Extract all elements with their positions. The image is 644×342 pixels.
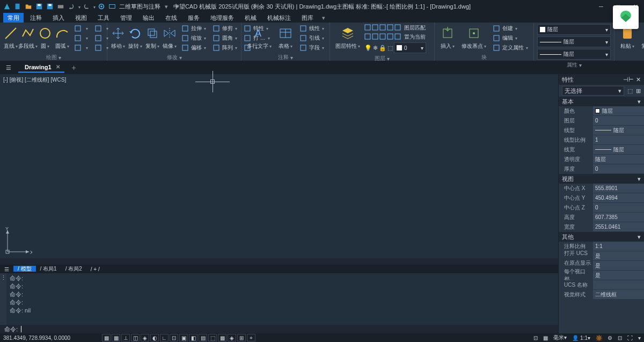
status-toggle-14[interactable]: ⊞ xyxy=(237,334,246,341)
doc-tab-active[interactable]: Drawing1 ✕ xyxy=(18,62,64,73)
layerprops-button[interactable]: 图层特性 xyxy=(333,24,362,51)
layer-tool2-2[interactable] xyxy=(379,33,386,41)
mtext-button[interactable]: A多行文字 xyxy=(245,24,274,51)
status-toggle-5[interactable]: ◐ xyxy=(150,334,159,341)
status-toggle-2[interactable]: ⊥ xyxy=(121,334,130,341)
status-toggle-9[interactable]: ◧ xyxy=(189,334,197,341)
pasteconfig-button[interactable]: 复制粘贴设置 xyxy=(639,24,644,51)
status-toggle-10[interactable]: ▤ xyxy=(199,334,207,341)
gear-icon[interactable] xyxy=(97,2,106,11)
layout-tab-2[interactable]: / 布局2 xyxy=(61,266,86,272)
draw-sm2[interactable]: ▾ xyxy=(72,34,90,42)
cmd-handle-icon[interactable]: ⋮ xyxy=(0,273,6,325)
prop-value[interactable]: 0 xyxy=(593,164,644,174)
status-i1[interactable]: 🔆 xyxy=(596,335,602,341)
ribbon-tab-7[interactable]: 在线 xyxy=(161,13,181,23)
block-0[interactable]: 创建▾ xyxy=(491,24,530,33)
annot-0[interactable]: 线性▾ xyxy=(297,24,326,33)
mirror-button[interactable]: 镜像 xyxy=(162,24,177,51)
prop-value[interactable]: 450.4994 xyxy=(593,193,644,203)
status-i5[interactable]: ▾ xyxy=(638,335,641,341)
redo-dropdown[interactable] xyxy=(92,3,96,10)
layout-tab-1[interactable]: / 布局1 xyxy=(36,266,61,272)
status-model[interactable]: ⊡ xyxy=(533,335,538,341)
ribbon-overflow[interactable]: ▾ xyxy=(322,14,325,21)
ribbon-tab-11[interactable]: 机械标注 xyxy=(263,13,295,23)
status-toggle-15[interactable]: + xyxy=(247,334,255,341)
prop-value[interactable]: 是 xyxy=(593,261,644,271)
ribbon-tab-10[interactable]: 机械 xyxy=(240,13,261,23)
prop-value[interactable]: 随层 xyxy=(593,106,644,116)
prop-value[interactable] xyxy=(593,280,644,290)
annot-1[interactable]: 引线▾ xyxy=(297,34,326,42)
layout-tab-0[interactable]: / 模型 xyxy=(13,266,36,272)
prop-value[interactable]: 607.7385 xyxy=(593,213,644,222)
ribbon-tab-5[interactable]: 管理 xyxy=(116,13,136,23)
status-toggle-0[interactable]: ▦ xyxy=(102,334,111,341)
status-i3[interactable]: ⊡ xyxy=(618,335,622,341)
status-toggle-3[interactable]: ◫ xyxy=(131,334,140,341)
save-icon[interactable] xyxy=(34,2,44,11)
ribbon-tab-9[interactable]: 地理服务 xyxy=(206,13,238,23)
prop-value[interactable]: 2551.0461 xyxy=(593,222,644,232)
layout-menu-icon[interactable]: ☰ xyxy=(4,266,9,272)
app-icon[interactable] xyxy=(2,2,12,11)
layer-tool-3[interactable] xyxy=(387,24,393,32)
annot-2[interactable]: 字段▾ xyxy=(297,43,326,52)
status-toggle-4[interactable]: ◈ xyxy=(141,334,149,341)
status-toggle-1[interactable]: ▦ xyxy=(112,334,120,341)
coordinates[interactable]: 381.4349, 728.9934, 0.0000 xyxy=(3,335,70,341)
mod-c2-2[interactable]: 阵列▾ xyxy=(210,43,239,52)
prop-section-0[interactable]: 基本▾ xyxy=(559,97,644,106)
layer-dropdown[interactable]: 0▾ xyxy=(394,42,426,53)
redo-icon[interactable] xyxy=(82,2,91,11)
status-toggle-7[interactable]: ⊡ xyxy=(170,334,178,341)
status-units[interactable]: 毫米▾ xyxy=(553,334,567,341)
new-icon[interactable] xyxy=(13,2,23,11)
mod-c1-1[interactable]: 缩放▾ xyxy=(179,34,208,42)
open-icon[interactable] xyxy=(24,2,33,11)
viewport-label[interactable]: [-] [俯视] [二维线框] [WCS] xyxy=(3,76,66,84)
status-toggle-11[interactable]: ⬚ xyxy=(208,334,217,341)
draw-sm1[interactable]: ▾ xyxy=(72,24,90,33)
ribbon-tab-2[interactable]: 插入 xyxy=(48,13,69,23)
layer-tool2-3[interactable] xyxy=(387,33,393,41)
doc-menu-icon[interactable]: ☰ xyxy=(3,62,14,73)
saveas-icon[interactable] xyxy=(45,2,55,11)
ribbon-tab-8[interactable]: 服务 xyxy=(184,13,204,23)
polyline-button[interactable]: 多段线 xyxy=(20,24,35,51)
layer-tool2-4[interactable] xyxy=(394,33,401,41)
layer-tool-2[interactable] xyxy=(379,24,386,32)
status-toggle-12[interactable]: ▦ xyxy=(218,334,226,341)
ribbon-tab-12[interactable]: 图库 xyxy=(297,13,318,23)
ribbon-tab-1[interactable]: 注释 xyxy=(26,13,46,23)
mod-c1-0[interactable]: 拉伸▾ xyxy=(179,24,208,33)
prop-value[interactable]: 是 xyxy=(593,271,644,280)
pickadd-icon[interactable]: ⊞ xyxy=(636,88,641,94)
status-toggle-6[interactable]: ∟ xyxy=(160,334,169,341)
status-grid[interactable]: ▦ xyxy=(543,335,548,341)
mod-c2-1[interactable]: 圆角▾ xyxy=(210,34,239,42)
arc-button[interactable]: 圆弧 xyxy=(55,24,70,51)
ribbon-tab-6[interactable]: 输出 xyxy=(138,13,159,23)
quickselect-icon[interactable]: ⬚ xyxy=(627,88,633,94)
layer-tool-1[interactable] xyxy=(372,24,378,32)
copy-button[interactable]: 复制 xyxy=(145,24,160,51)
ribbon-tab-0[interactable]: 常用 xyxy=(3,13,24,23)
draw-sm3[interactable]: ▾ xyxy=(72,43,90,52)
ribbon-tab-4[interactable]: 工具 xyxy=(93,13,114,23)
prop-value[interactable]: 随层 xyxy=(593,155,644,164)
selection-dropdown[interactable]: 无选择▾ xyxy=(562,86,624,96)
mod-c1-2[interactable]: 偏移▾ xyxy=(179,43,208,52)
prop-section-2[interactable]: 其他▾ xyxy=(559,232,644,242)
panel-close-icon[interactable]: ✕ xyxy=(636,76,641,83)
insert-button[interactable]: 插入 xyxy=(438,24,457,51)
status-i4[interactable]: ⛶ xyxy=(627,335,633,341)
new-tab-button[interactable]: + xyxy=(69,63,79,72)
plot-icon[interactable] xyxy=(56,2,65,11)
line-button[interactable]: 直线 xyxy=(3,24,18,51)
floating-logo[interactable] xyxy=(613,5,639,29)
layer-tool2-0[interactable] xyxy=(364,33,371,41)
layer-tool-4[interactable] xyxy=(394,24,401,32)
prop-value[interactable]: 1 xyxy=(593,135,644,145)
